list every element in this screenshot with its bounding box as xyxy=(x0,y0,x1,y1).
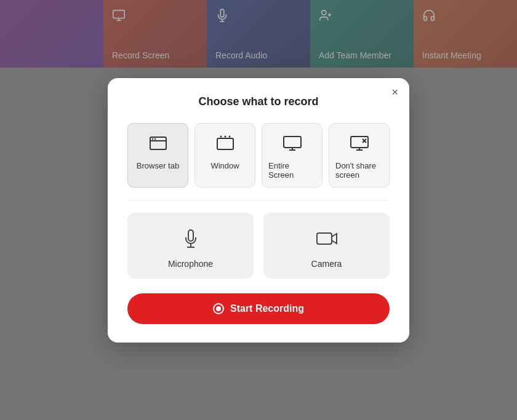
av-options-row: Microphone Camera xyxy=(127,213,390,279)
section-divider xyxy=(127,200,390,200)
av-option-camera[interactable]: Camera xyxy=(263,213,390,279)
svg-point-14 xyxy=(224,135,226,137)
svg-point-15 xyxy=(228,135,230,137)
dont-share-label: Don't share screen xyxy=(335,161,383,180)
av-option-microphone[interactable]: Microphone xyxy=(127,213,254,279)
camera-label: Camera xyxy=(311,259,342,269)
microphone-label: Microphone xyxy=(168,259,213,269)
microphone-icon xyxy=(180,228,202,252)
screen-option-window[interactable]: Window xyxy=(194,123,255,188)
entire-screen-label: Entire Screen xyxy=(268,161,316,180)
record-dot-icon xyxy=(213,303,224,314)
svg-point-10 xyxy=(151,138,153,139)
start-recording-button[interactable]: Start Recording xyxy=(127,293,390,324)
dont-share-icon xyxy=(350,133,369,155)
camera-icon xyxy=(316,228,338,252)
svg-point-13 xyxy=(220,135,222,137)
svg-rect-26 xyxy=(317,233,332,244)
modal-title: Choose what to record xyxy=(127,95,390,108)
window-label: Window xyxy=(210,161,239,170)
entire-screen-icon xyxy=(283,133,302,155)
screen-option-browser-tab[interactable]: Browser tab xyxy=(127,123,188,188)
modal-overlay: × Choose what to record Browser tab xyxy=(0,0,517,420)
start-recording-label: Start Recording xyxy=(230,303,304,314)
screen-option-dont-share[interactable]: Don't share screen xyxy=(329,123,390,188)
svg-rect-12 xyxy=(217,138,233,149)
screen-option-entire-screen[interactable]: Entire Screen xyxy=(262,123,323,188)
window-icon xyxy=(215,133,235,155)
screen-options-row: Browser tab Window xyxy=(127,123,390,188)
close-button[interactable]: × xyxy=(391,87,398,98)
svg-point-11 xyxy=(154,138,155,139)
browser-tab-icon xyxy=(148,133,168,155)
record-modal: × Choose what to record Browser tab xyxy=(108,78,409,343)
svg-rect-16 xyxy=(284,137,301,148)
browser-tab-label: Browser tab xyxy=(137,161,179,170)
